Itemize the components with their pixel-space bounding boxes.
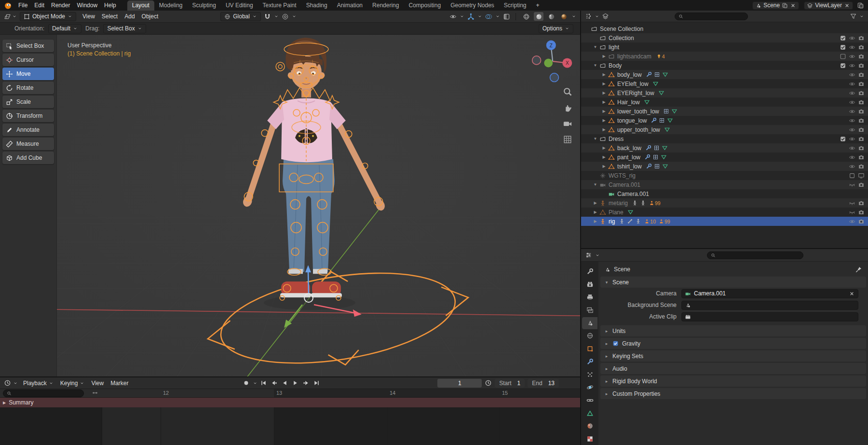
properties-tab-world[interactable] <box>582 330 597 342</box>
camera-toggle-icon[interactable] <box>858 90 865 97</box>
camera-toggle-icon[interactable] <box>858 108 865 115</box>
background-scene-field[interactable] <box>681 301 858 310</box>
camera-field[interactable]: Camera.001 <box>681 289 858 298</box>
camera-view-button[interactable] <box>563 119 572 128</box>
shading-wireframe-button[interactable] <box>521 12 531 21</box>
display-mode-icon[interactable] <box>602 13 609 20</box>
outliner-row-body-low[interactable]: ▶body_low <box>581 70 868 79</box>
workspace-tab-texture-paint[interactable]: Texture Paint <box>258 0 301 11</box>
camera-toggle-icon[interactable] <box>858 53 865 60</box>
eye-icon[interactable] <box>849 218 855 225</box>
jump-first-button[interactable] <box>258 379 269 388</box>
expander-icon[interactable]: ▶ <box>592 201 599 205</box>
timeline-menu-marker[interactable]: Marker <box>107 379 132 387</box>
orientation-default-dropdown[interactable]: Default <box>48 24 81 33</box>
viewport[interactable]: User Perspective (1) Scene Collection | … <box>57 35 580 376</box>
filter-funnel-icon[interactable] <box>850 13 857 20</box>
play-button[interactable] <box>290 379 301 388</box>
outliner-row-lightsandcam[interactable]: ▶lightsandcam4 <box>581 52 868 61</box>
checkbox-blue-icon[interactable] <box>612 340 619 347</box>
filter-options-icon[interactable] <box>859 14 864 19</box>
eye-icon[interactable] <box>849 117 855 124</box>
panel-custom-properties[interactable]: ▸Custom Properties <box>600 388 866 399</box>
outliner-row-hair-low[interactable]: ▶Hair_low <box>581 97 868 107</box>
expander-icon[interactable]: ▼ <box>592 182 599 187</box>
eye-icon[interactable] <box>849 99 855 106</box>
shading-solid-button[interactable] <box>534 12 543 21</box>
shading-material-button[interactable] <box>546 12 556 21</box>
expander-icon[interactable]: ▶ <box>600 54 608 58</box>
snap-options-icon[interactable] <box>274 14 279 19</box>
viewport-menu-select[interactable]: Select <box>98 13 121 20</box>
properties-tab-scene[interactable] <box>582 317 597 329</box>
expander-icon[interactable]: ▶ <box>600 91 608 95</box>
outliner-search-input[interactable] <box>675 13 748 20</box>
box-icon[interactable] <box>849 172 855 179</box>
preview-range-icon[interactable] <box>485 379 492 387</box>
eye-icon[interactable] <box>849 44 855 51</box>
axis-y-ball[interactable] <box>544 59 553 68</box>
tool-cursor[interactable]: Cursor <box>2 54 54 66</box>
workspace-tab-uv-editing[interactable]: UV Editing <box>221 0 258 11</box>
unlink-scene-icon[interactable] <box>790 2 796 9</box>
tool-transform[interactable]: Transform <box>2 110 54 122</box>
checkbox-icon[interactable] <box>840 44 846 51</box>
ortho-toggle-button[interactable] <box>563 135 572 144</box>
panel-rigid-body-world[interactable]: ▸Rigid Body World <box>600 375 866 387</box>
camera-toggle-icon[interactable] <box>858 181 865 188</box>
viewport-canvas[interactable] <box>57 35 580 376</box>
eye-closed-icon[interactable] <box>849 181 855 188</box>
expander-icon[interactable]: ▶ <box>600 109 608 113</box>
workspace-tab-compositing[interactable]: Compositing <box>404 0 446 11</box>
tool-scale[interactable]: Scale <box>2 96 54 108</box>
editor-type-button[interactable] <box>4 13 17 20</box>
axis-negx-ball[interactable] <box>532 56 541 65</box>
properties-search-input[interactable] <box>707 251 803 259</box>
outliner-row-camera-001[interactable]: ▼Camera.001 <box>581 180 868 189</box>
mode-selector[interactable]: Object Mode <box>20 12 76 21</box>
expander-icon[interactable]: ▶ <box>600 100 608 104</box>
eye-icon[interactable] <box>849 81 855 87</box>
play-back-button[interactable] <box>280 379 290 388</box>
new-viewlayer-icon[interactable] <box>857 2 864 9</box>
viewport-menu-add[interactable]: Add <box>121 13 138 20</box>
camera-toggle-icon[interactable] <box>858 154 865 161</box>
camera-toggle-icon[interactable] <box>858 117 865 124</box>
eye-closed-icon[interactable] <box>849 209 855 216</box>
zoom-button[interactable] <box>563 87 572 97</box>
eye-icon[interactable] <box>849 35 855 42</box>
outliner-editor-icon[interactable] <box>585 13 592 20</box>
workspace-tab-rendering[interactable]: Rendering <box>367 0 404 11</box>
visibility-options-icon[interactable] <box>460 14 464 19</box>
eye-icon[interactable] <box>849 136 855 142</box>
add-workspace-button[interactable]: + <box>532 0 543 11</box>
eye-icon[interactable] <box>849 163 855 170</box>
camera-toggle-icon[interactable] <box>858 136 865 142</box>
outliner-row-pant-low[interactable]: ▶pant_low <box>581 153 868 162</box>
properties-tab-modifiers[interactable] <box>582 356 597 368</box>
outliner-row-back-low[interactable]: ▶back_low <box>581 143 868 153</box>
jump-last-button[interactable] <box>312 379 322 388</box>
expander-icon[interactable]: ▶ <box>600 164 608 168</box>
camera-toggle-icon[interactable] <box>858 62 865 69</box>
properties-editor-icon[interactable] <box>585 251 592 259</box>
eye-closed-icon[interactable] <box>849 200 855 207</box>
properties-tab-texture[interactable] <box>582 433 597 445</box>
outliner-row-metarig[interactable]: ▶metarig99 <box>581 198 868 208</box>
camera-toggle-icon[interactable] <box>858 81 865 87</box>
channel-search-input[interactable] <box>3 389 84 397</box>
panel-gravity[interactable]: ▸Gravity <box>600 338 866 349</box>
prev-key-button[interactable] <box>269 379 280 388</box>
tool-add-cube[interactable]: Add Cube <box>2 152 54 164</box>
outliner-row-body[interactable]: ▼Body <box>581 61 868 70</box>
properties-tab-tool[interactable] <box>582 265 597 278</box>
axis-negz-ball[interactable] <box>550 73 559 82</box>
outliner-row-eyeleft-low[interactable]: ▶EYEleft_low <box>581 79 868 88</box>
properties-tab-material[interactable] <box>582 420 597 432</box>
show-overlays-icon[interactable] <box>485 13 492 20</box>
viewport-menu-object[interactable]: Object <box>138 13 162 20</box>
shading-rendered-button[interactable] <box>559 12 569 21</box>
navigation-gizmo[interactable]: Z X <box>529 38 575 84</box>
object-visibility-icon[interactable] <box>449 13 457 20</box>
active-clip-field[interactable] <box>681 312 858 321</box>
